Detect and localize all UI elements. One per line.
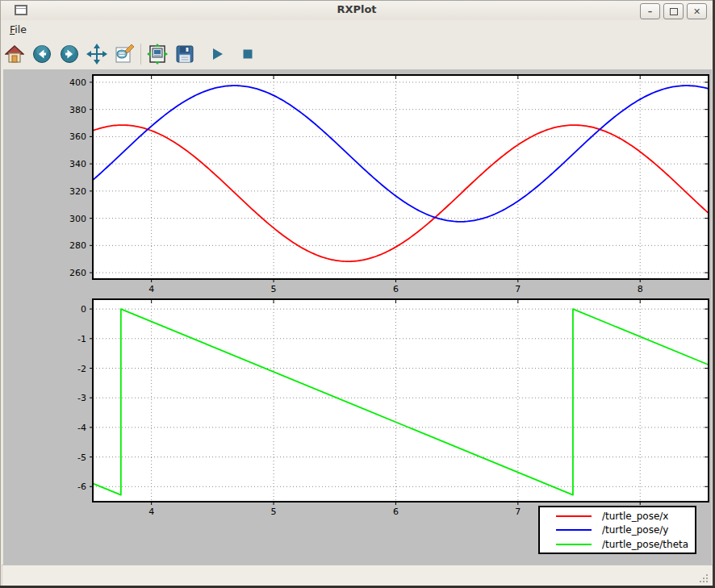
configure-subplots-button[interactable] — [144, 42, 171, 66]
y-tick-label: -2 — [77, 364, 86, 374]
legend-line-sample — [556, 544, 592, 545]
legend-label: /turtle_pose/y — [602, 524, 668, 536]
x-tick-label: 6 — [393, 284, 399, 294]
x-tick-label: 5 — [271, 507, 277, 517]
y-tick-label: 280 — [69, 240, 86, 251]
toolbar — [1, 38, 713, 69]
y-tick-label: -1 — [77, 334, 86, 344]
forward-icon — [60, 44, 79, 64]
zoom-to-rect-icon — [114, 44, 135, 65]
close-icon: ✕ — [693, 7, 700, 16]
plot-area-1: 456780-1-2-3-4-5-6 — [77, 299, 709, 517]
home-button[interactable] — [1, 42, 28, 66]
play-icon — [210, 47, 224, 61]
y-tick-label: 320 — [69, 186, 86, 197]
legend-label: /turtle_pose/x — [602, 511, 668, 522]
maximize-icon — [670, 8, 678, 15]
back-button[interactable] — [28, 42, 56, 66]
legend-label: /turtle_pose/theta — [602, 539, 688, 550]
y-tick-label: 360 — [69, 131, 86, 142]
legend-line-sample — [556, 515, 592, 517]
x-tick-label: 6 — [393, 507, 399, 517]
x-tick-label: 4 — [148, 507, 154, 517]
y-tick-label: -6 — [77, 482, 86, 492]
rxplot-window: RXPlot – ✕ File — [0, 0, 715, 588]
pan-icon — [86, 44, 107, 65]
pan-button[interactable] — [83, 42, 111, 66]
y-tick-label: 340 — [69, 159, 86, 169]
y-tick-label: -5 — [77, 452, 86, 463]
window-title: RXPlot — [1, 3, 713, 15]
legend-row: /turtle_pose/theta — [540, 538, 695, 551]
forward-button[interactable] — [56, 42, 83, 66]
menu-bar: File — [1, 20, 713, 38]
menu-file[interactable]: File — [1, 20, 35, 38]
toolbar-separator — [140, 44, 141, 65]
play-button[interactable] — [203, 42, 231, 66]
title-bar[interactable]: RXPlot – ✕ — [1, 1, 713, 21]
zoom-to-rect-button[interactable] — [111, 42, 138, 66]
status-bar — [2, 565, 713, 586]
y-tick-label: 400 — [69, 77, 86, 88]
window-controls: – ✕ — [640, 3, 707, 19]
minimize-button[interactable]: – — [640, 3, 660, 19]
back-icon — [32, 44, 52, 64]
close-button[interactable]: ✕ — [687, 3, 707, 19]
resize-grip-icon[interactable] — [697, 572, 709, 584]
x-tick-label: 8 — [638, 284, 643, 294]
x-tick-label: 7 — [515, 507, 521, 517]
stop-icon — [240, 47, 255, 61]
y-tick-label: -4 — [77, 423, 86, 433]
legend-line-sample — [556, 529, 592, 531]
minimize-icon: – — [648, 7, 653, 16]
y-tick-label: 380 — [69, 105, 86, 115]
legend-row: /turtle_pose/y — [540, 523, 695, 536]
y-tick-label: 0 — [81, 304, 86, 315]
y-tick-label: 300 — [69, 214, 86, 224]
plots-svg: 45678260280300320340360380400456780-1-2-… — [3, 69, 712, 565]
configure-subplots-icon — [147, 44, 168, 65]
stop-button[interactable] — [234, 42, 261, 66]
legend: /turtle_pose/x/turtle_pose/y/turtle_pose… — [538, 506, 696, 554]
plot-area-0: 45678260280300320340360380400 — [69, 75, 709, 294]
maximize-button[interactable] — [663, 3, 684, 19]
home-icon — [5, 44, 24, 64]
legend-row: /turtle_pose/x — [540, 510, 695, 523]
save-icon — [176, 45, 194, 63]
x-tick-label: 5 — [271, 284, 277, 294]
y-tick-label: 260 — [69, 268, 86, 278]
y-tick-label: -3 — [77, 393, 86, 403]
save-button[interactable] — [171, 42, 199, 66]
x-tick-label: 7 — [515, 284, 521, 294]
x-tick-label: 4 — [148, 284, 154, 294]
plot-canvas[interactable]: 45678260280300320340360380400456780-1-2-… — [3, 69, 712, 565]
